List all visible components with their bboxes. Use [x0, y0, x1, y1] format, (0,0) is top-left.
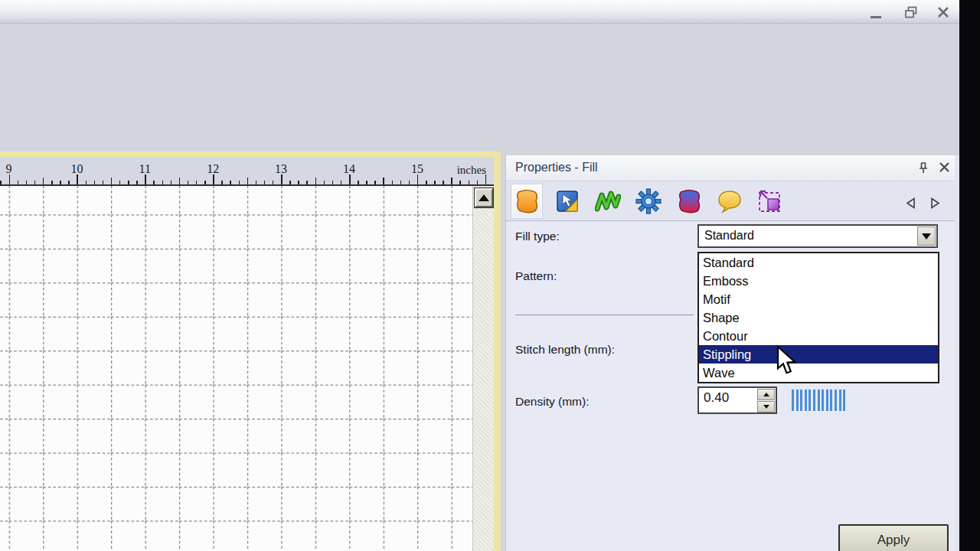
vertical-scrollbar[interactable]: [472, 186, 494, 551]
dropdown-option-shape[interactable]: Shape: [699, 308, 938, 327]
fill-type-listbox: StandardEmbossMotifShapeContourStippling…: [697, 252, 939, 383]
dropdown-option-stippling[interactable]: Stippling: [699, 345, 938, 364]
tab-fill[interactable]: [511, 184, 542, 218]
object-properties-icon: [555, 189, 580, 214]
minimize-icon: [871, 16, 881, 18]
down-arrow-icon: [922, 233, 931, 240]
design-canvas[interactable]: [0, 186, 472, 551]
dropdown-option-standard[interactable]: Standard: [699, 253, 938, 272]
gear-icon: [635, 188, 662, 214]
combobox-arrow-button[interactable]: [917, 227, 936, 246]
left-arrow-icon: [906, 197, 916, 209]
stitch-length-label: Stitch length (mm):: [515, 343, 615, 357]
fill-type-value: Standard: [704, 229, 754, 243]
density-spin-down-button[interactable]: [757, 401, 775, 412]
screen-edge: [959, 0, 980, 551]
app-window: 9101112131415 inches: [0, 0, 980, 551]
dropdown-option-motif[interactable]: Motif: [699, 290, 938, 308]
stitch-type-icon: [595, 189, 621, 214]
panel-toolbar: [506, 181, 955, 221]
nav-previous-button[interactable]: [901, 194, 920, 212]
tab-settings[interactable]: [633, 184, 664, 218]
right-arrow-icon: [930, 197, 940, 209]
gradient-fill-icon: [677, 188, 701, 214]
up-arrow-icon: [763, 393, 769, 396]
scroll-up-button[interactable]: [475, 188, 493, 207]
minimize-button[interactable]: [866, 3, 886, 21]
tab-lettering[interactable]: [714, 184, 745, 218]
transform-icon: [756, 188, 784, 214]
close-button[interactable]: [933, 3, 953, 21]
lettering-icon: [717, 189, 743, 214]
properties-panel: Properties - Fill: [505, 155, 959, 551]
nav-next-button[interactable]: [926, 194, 944, 212]
fill-icon: [514, 188, 539, 214]
fill-type-combobox[interactable]: Standard: [697, 224, 938, 248]
density-spin-up-button[interactable]: [757, 389, 775, 400]
panel-header: Properties - Fill: [506, 155, 955, 181]
panel-title: Properties - Fill: [515, 161, 598, 174]
fill-type-label: Fill type:: [515, 230, 560, 243]
pattern-label: Pattern:: [515, 269, 557, 283]
mouse-cursor: [776, 345, 797, 376]
density-spinner: [697, 386, 777, 414]
tab-stitch-type[interactable]: [593, 184, 623, 218]
density-preview: [792, 390, 845, 411]
panel-close-button[interactable]: [939, 161, 952, 175]
density-label: Density (mm):: [515, 395, 589, 409]
dropdown-option-wave[interactable]: Wave: [699, 364, 938, 382]
grid: [0, 186, 472, 551]
pin-button[interactable]: [917, 161, 931, 175]
close-icon: [937, 6, 949, 18]
title-bar: [0, 0, 959, 24]
close-icon: [939, 161, 950, 173]
up-arrow-icon: [479, 194, 489, 201]
down-arrow-icon: [763, 405, 769, 409]
tab-gradient-fill[interactable]: [674, 184, 704, 218]
separator-line: [515, 315, 694, 315]
canvas-frame: 9101112131415 inches: [0, 152, 501, 551]
apply-button[interactable]: Apply: [838, 524, 949, 551]
restore-icon: [904, 6, 918, 19]
tab-object-properties[interactable]: [552, 184, 583, 218]
restore-button[interactable]: [901, 3, 921, 21]
ruler-unit-label: inches: [457, 164, 486, 177]
dropdown-option-contour[interactable]: Contour: [699, 327, 938, 345]
tab-transform[interactable]: [755, 184, 786, 218]
density-input[interactable]: [704, 390, 751, 406]
dropdown-option-emboss[interactable]: Emboss: [699, 272, 938, 290]
horizontal-ruler: 9101112131415 inches: [0, 158, 494, 186]
pin-icon: [917, 161, 929, 175]
